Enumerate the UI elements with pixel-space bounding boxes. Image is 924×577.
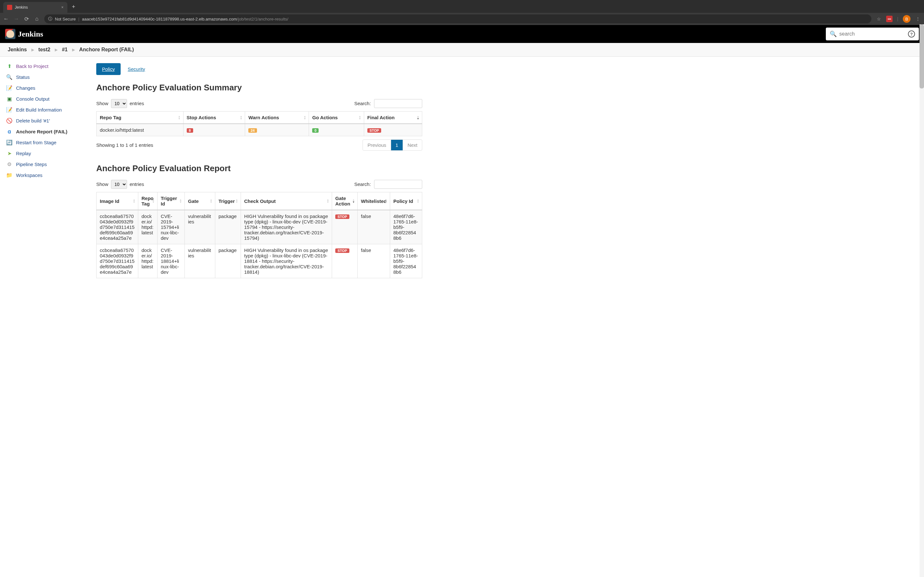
browser-tab[interactable]: Jenkins × (3, 2, 67, 13)
sidebar-item-back-to-project[interactable]: ⬆Back to Project (0, 61, 96, 71)
brand-text: Jenkins (18, 30, 43, 39)
gate-action-badge: STOP (335, 248, 349, 253)
summary-page-size-select[interactable]: 10 (111, 99, 127, 108)
chevron-right-icon: ▶ (55, 48, 57, 52)
sidebar-icon: ➤ (6, 150, 13, 157)
close-icon[interactable]: × (61, 5, 63, 10)
crumb-jenkins[interactable]: Jenkins (8, 47, 27, 53)
table-row: ccbcea8a67570043de0d0932f9d750e7d311415d… (97, 244, 422, 278)
jenkins-logo[interactable]: Jenkins (5, 29, 43, 39)
sidebar-item-restart-from-stage[interactable]: 🔄Restart from Stage (0, 137, 96, 148)
tab-security[interactable]: Security (122, 63, 151, 75)
url-text: aaaceb153e97241fab81d9d41409440c-1811878… (82, 17, 288, 21)
sidebar-icon: ⚙ (6, 161, 13, 168)
chevron-right-icon: ▶ (72, 48, 75, 52)
summary-title: Anchore Policy Evaluation Summary (96, 83, 422, 93)
col-stop[interactable]: Stop Actions▲▼ (183, 111, 245, 124)
scrollbar-thumb[interactable] (919, 24, 924, 89)
col-repo-tag[interactable]: Repo Tag▲▼ (138, 192, 158, 210)
col-gate-action[interactable]: Gate Action▲▼ (332, 192, 357, 210)
not-secure-label: Not Secure (55, 17, 76, 21)
col-go[interactable]: Go Actions▲▼ (309, 111, 364, 124)
sidebar-icon: 📁 (6, 171, 13, 179)
url-box[interactable]: ⓘ Not Secure | aaaceb153e97241fab81d9d41… (44, 15, 871, 23)
sidebar-item-delete-build-1-[interactable]: 🚫Delete build '#1' (0, 115, 96, 126)
crumb-test2[interactable]: test2 (39, 47, 50, 53)
new-tab-button[interactable]: + (67, 1, 80, 13)
sidebar: ⬆Back to Project🔍Status📝Changes▣Console … (0, 57, 96, 291)
col-final[interactable]: Final Action▲▼ (364, 111, 422, 124)
sidebar-item-label: Pipeline Steps (16, 161, 47, 167)
jenkins-logo-icon (5, 29, 15, 39)
sidebar-item-workspaces[interactable]: 📁Workspaces (0, 169, 96, 181)
sidebar-item-status[interactable]: 🔍Status (0, 71, 96, 82)
back-button[interactable]: ← (3, 16, 9, 22)
report-table: Image Id▲▼ Repo Tag▲▼ Trigger Id▲▼ Gate▲… (96, 192, 422, 278)
col-gate[interactable]: Gate▲▼ (185, 192, 215, 210)
help-icon[interactable]: ? (908, 31, 915, 37)
main-content: Policy Security Anchore Policy Evaluatio… (96, 57, 430, 291)
address-bar: ← → ⟳ ⌂ ⓘ Not Secure | aaaceb153e97241fa… (0, 13, 924, 25)
summary-table: Repo Tag▲▼ Stop Actions▲▼ Warn Actions▲▼… (96, 111, 422, 136)
col-check-output[interactable]: Check Output▲▼ (241, 192, 332, 210)
col-trigger-id[interactable]: Trigger Id▲▼ (158, 192, 185, 210)
page-1-button[interactable]: 1 (391, 140, 403, 150)
crumb-report: Anchore Report (FAIL) (79, 47, 134, 53)
report-page-size-select[interactable]: 10 (111, 180, 127, 189)
profile-avatar[interactable]: B (903, 15, 911, 23)
jenkins-header: Jenkins 🔍 ? (0, 25, 924, 43)
search-box[interactable]: 🔍 ? (826, 27, 919, 40)
reload-button[interactable]: ⟳ (24, 16, 29, 23)
col-policy-id[interactable]: Policy Id▲▼ (390, 192, 422, 210)
table-row: docker.io/httpd:latest 8 24 0 STOP (97, 124, 422, 136)
table-row: ccbcea8a67570043de0d0932f9d750e7d311415d… (97, 210, 422, 244)
scrollbar[interactable] (919, 24, 924, 291)
search-input[interactable] (839, 31, 905, 37)
breadcrumb: Jenkins ▶ test2 ▶ #1 ▶ Anchore Report (F… (0, 43, 924, 57)
browser-tab-title: Jenkins (15, 5, 59, 10)
col-trigger[interactable]: Trigger▲▼ (215, 192, 241, 210)
stop-badge: 8 (187, 128, 193, 133)
sidebar-item-label: Back to Project (16, 63, 48, 69)
col-image-id[interactable]: Image Id▲▼ (97, 192, 138, 210)
browser-menu-icon[interactable]: ⋮ (915, 16, 921, 22)
crumb-build[interactable]: #1 (62, 47, 68, 53)
sidebar-icon: 🔍 (6, 73, 13, 81)
tab-group: Policy Security (96, 63, 422, 75)
go-badge: 0 (312, 128, 318, 133)
prev-button[interactable]: Previous (363, 140, 391, 150)
extension-badge[interactable]: ••• (886, 16, 893, 22)
chevron-right-icon: ▶ (31, 48, 34, 52)
col-warn[interactable]: Warn Actions▲▼ (245, 111, 309, 124)
sidebar-icon: 📝 (6, 106, 13, 113)
sidebar-item-edit-build-information[interactable]: 📝Edit Build Information (0, 104, 96, 115)
sidebar-icon: ⬆ (6, 63, 13, 69)
bookmark-star-icon[interactable]: ☆ (876, 16, 882, 22)
sidebar-item-label: Changes (16, 85, 35, 91)
sidebar-item-changes[interactable]: 📝Changes (0, 82, 96, 93)
sidebar-item-anchore-report-fail-[interactable]: ɑAnchore Report (FAIL) (0, 126, 96, 137)
summary-info: Showing 1 to 1 of 1 entries (96, 142, 153, 148)
col-repo-tag[interactable]: Repo Tag▲▼ (97, 111, 184, 124)
sidebar-item-label: Workspaces (16, 172, 42, 178)
jenkins-favicon (7, 5, 12, 10)
report-title: Anchore Policy Evaluation Report (96, 163, 422, 173)
sidebar-icon: 🔄 (6, 139, 13, 146)
sidebar-item-console-output[interactable]: ▣Console Output (0, 93, 96, 104)
forward-button: → (13, 16, 19, 22)
sidebar-item-label: Delete build '#1' (16, 118, 50, 123)
final-badge: STOP (367, 128, 381, 133)
sidebar-item-label: Console Output (16, 96, 49, 102)
browser-chrome: Jenkins × + ← → ⟳ ⌂ ⓘ Not Secure | aaace… (0, 0, 924, 25)
col-whitelisted[interactable]: Whitelisted▲▼ (357, 192, 390, 210)
sidebar-item-replay[interactable]: ➤Replay (0, 148, 96, 159)
sidebar-item-label: Restart from Stage (16, 140, 57, 145)
sidebar-item-pipeline-steps[interactable]: ⚙Pipeline Steps (0, 159, 96, 169)
tab-policy[interactable]: Policy (96, 63, 121, 75)
report-search-input[interactable] (374, 180, 422, 189)
home-button[interactable]: ⌂ (34, 16, 40, 22)
info-icon[interactable]: ⓘ (48, 16, 52, 22)
sidebar-item-label: Edit Build Information (16, 107, 62, 113)
next-button[interactable]: Next (403, 140, 422, 150)
summary-search-input[interactable] (374, 99, 422, 108)
